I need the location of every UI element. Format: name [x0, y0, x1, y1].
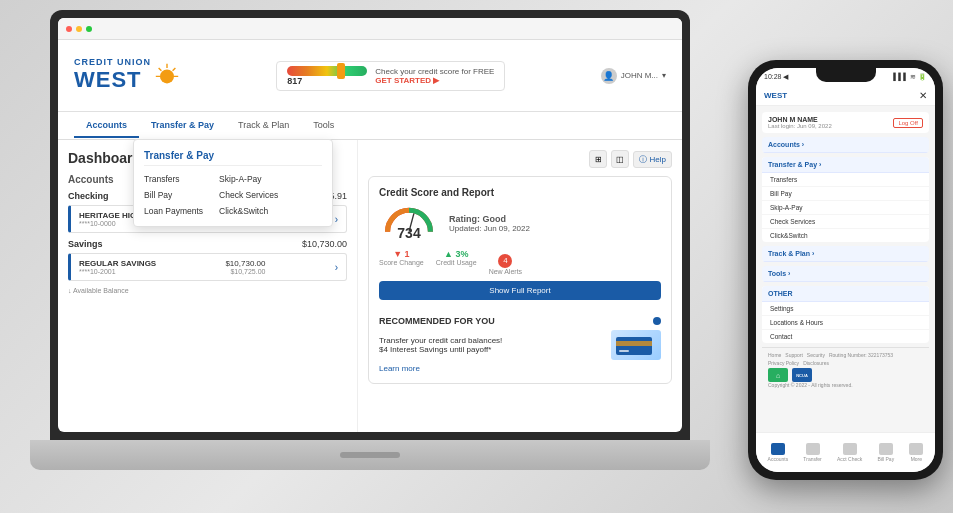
user-icon: 👤	[601, 68, 617, 84]
footer-routing: Routing Number: 322173753	[829, 352, 893, 358]
phone-user-name: JOHN M NAME	[768, 116, 832, 123]
recommended-section: RECOMMENDED FOR YOU Transfer your credit…	[379, 316, 661, 373]
learn-more-link[interactable]: Learn more	[379, 364, 661, 373]
score-bar	[287, 66, 367, 76]
credit-score-label: Check your credit score for FREE	[375, 67, 494, 76]
billpay-bottom-label: Bill Pay	[877, 456, 894, 462]
dropdown-transfers[interactable]: Transfers	[144, 174, 203, 184]
laptop-base	[30, 440, 710, 470]
footer-home[interactable]: Home	[768, 352, 781, 358]
laptop-screen-inner: CREDIT UNION WEST	[58, 18, 682, 432]
get-started-link[interactable]: GET STARTED ▶	[375, 76, 494, 85]
dropdown-click-switch[interactable]: Click&Switch	[219, 206, 278, 216]
phone-contact[interactable]: Contact	[762, 330, 929, 343]
score-display: 734	[397, 225, 420, 241]
browser-dot-minimize[interactable]	[76, 26, 82, 32]
dropdown-col-1: Transfers Bill Pay Loan Payments	[144, 174, 203, 216]
house-icon: ⌂	[768, 368, 788, 382]
dropdown-loan-payments[interactable]: Loan Payments	[144, 206, 203, 216]
toolbar-list-btn[interactable]: ◫	[611, 150, 629, 168]
phone-track-section: Track & Plan ›	[762, 246, 929, 262]
footer-security[interactable]: Security	[807, 352, 825, 358]
help-button[interactable]: ⓘ Help	[633, 151, 672, 168]
phone-track-header[interactable]: Track & Plan ›	[762, 246, 929, 262]
check-bottom-label: Acct Check	[837, 456, 862, 462]
credit-score-banner[interactable]: 817 Check your credit score for FREE GET…	[276, 61, 505, 91]
phone-menu-btn[interactable]: ✕	[919, 90, 927, 101]
phone-settings[interactable]: Settings	[762, 302, 929, 316]
svg-point-0	[160, 70, 174, 84]
new-alerts-label: New Alerts	[489, 268, 522, 275]
footer-privacy[interactable]: Privacy Policy	[768, 360, 799, 366]
phone-bottom-billpay[interactable]: Bill Pay	[877, 443, 894, 462]
score-change-label: Score Change	[379, 259, 424, 266]
phone-screen: 10:28 ◀ ▌▌▌ ≋ 🔋 WEST ✕ JOHN M NAME Last …	[756, 68, 935, 472]
phone-locations[interactable]: Locations & Hours	[762, 316, 929, 330]
score-change-stat: ▼ 1 Score Change	[379, 249, 424, 275]
phone-bill-pay[interactable]: Bill Pay	[762, 187, 929, 201]
footer-disclosures[interactable]: Disclosures	[803, 360, 829, 366]
phone-user-date: Last login: Jun 09, 2022	[768, 123, 832, 129]
copyright: Copyright © 2022 - All rights reserved.	[768, 382, 923, 388]
dropdown-skip-a-pay[interactable]: Skip-A-Pay	[219, 174, 278, 184]
score-marker	[337, 63, 345, 79]
new-alerts-val: 4	[498, 254, 512, 268]
regular-savings-account[interactable]: REGULAR SAVINGS ****10-2001 $10,730.00 $…	[68, 253, 347, 281]
phone-transfer-header[interactable]: Transfer & Pay ›	[762, 157, 929, 173]
dropdown-bill-pay[interactable]: Bill Pay	[144, 190, 203, 200]
available-balance-label: ↓ Available Balance	[68, 287, 347, 294]
user-chevron[interactable]: ▾	[662, 71, 666, 80]
nav-accounts[interactable]: Accounts	[74, 114, 139, 138]
savings-main-amt: $10,730.00	[225, 259, 265, 268]
phone-time: 10:28 ◀	[764, 73, 788, 81]
browser-dot-close[interactable]	[66, 26, 72, 32]
phone-policy-links: Privacy Policy Disclosures	[768, 360, 923, 366]
cs-rating: Rating: Good	[449, 214, 530, 224]
phone-other-header: OTHER	[762, 286, 929, 302]
phone-accounts-header[interactable]: Accounts ›	[762, 137, 929, 153]
phone-tools-header[interactable]: Tools ›	[762, 266, 929, 282]
logo-west: WEST	[74, 68, 151, 92]
rec-dot	[653, 317, 661, 325]
phone-other-section: OTHER Settings Locations & Hours Contact	[762, 286, 929, 343]
phone-signals: ▌▌▌ ≋ 🔋	[893, 73, 927, 81]
more-bottom-icon	[909, 443, 923, 455]
svg-line-2	[173, 68, 176, 71]
phone-transfers[interactable]: Transfers	[762, 173, 929, 187]
phone-footer: Home Support Security Routing Number: 32…	[762, 347, 929, 392]
phone-skip-a-pay[interactable]: Skip-A-Pay	[762, 201, 929, 215]
laptop: CREDIT UNION WEST	[30, 10, 710, 490]
phone-accounts-section: Accounts ›	[762, 137, 929, 153]
right-panel: ⊞ ◫ ⓘ Help Credit Score and Report	[358, 140, 682, 432]
phone-bottom-check[interactable]: Acct Check	[837, 443, 862, 462]
cs-stats: ▼ 1 Score Change ▲ 3% Credit Usage 4 New…	[379, 249, 661, 275]
nav-track-plan[interactable]: Track & Plan	[226, 114, 301, 138]
check-bottom-icon	[843, 443, 857, 455]
phone-bottom-more[interactable]: More	[909, 443, 923, 462]
phone-bottom-transfer[interactable]: Transfer	[803, 443, 821, 462]
show-full-report-btn[interactable]: Show Full Report	[379, 281, 661, 300]
nav-tools[interactable]: Tools	[301, 114, 346, 138]
user-name: JOHN M...	[621, 71, 658, 80]
toolbar-grid-btn[interactable]: ⊞	[589, 150, 607, 168]
ncua-badge: NCUA	[792, 368, 812, 382]
phone-bottom-accounts[interactable]: Accounts	[768, 443, 789, 462]
transfer-bottom-icon	[806, 443, 820, 455]
browser-dot-maximize[interactable]	[86, 26, 92, 32]
footer-support[interactable]: Support	[785, 352, 803, 358]
phone-logout-btn[interactable]: Log Off	[893, 118, 923, 128]
nav-transfer-pay[interactable]: Transfer & Pay	[139, 114, 226, 138]
rec-content: Transfer your credit card balances!$4 In…	[379, 330, 661, 360]
rec-header: RECOMMENDED FOR YOU	[379, 316, 661, 326]
phone-user-bar: JOHN M NAME Last login: Jun 09, 2022 Log…	[762, 112, 929, 133]
rec-image	[611, 330, 661, 360]
phone-bottom-bar: Accounts Transfer Acct Check Bill Pay Mo…	[756, 432, 935, 472]
phone-click-switch[interactable]: Click&Switch	[762, 229, 929, 242]
checking-label: Checking	[68, 191, 109, 201]
dropdown-check-services[interactable]: Check Services	[219, 190, 278, 200]
phone-tools-section: Tools ›	[762, 266, 929, 282]
credit-score-section: Credit Score and Report 734	[368, 176, 672, 384]
gauge-container: 734	[379, 206, 439, 241]
phone-check-services[interactable]: Check Services	[762, 215, 929, 229]
savings-amount: $10,730.00 $10,725.00	[225, 259, 265, 275]
